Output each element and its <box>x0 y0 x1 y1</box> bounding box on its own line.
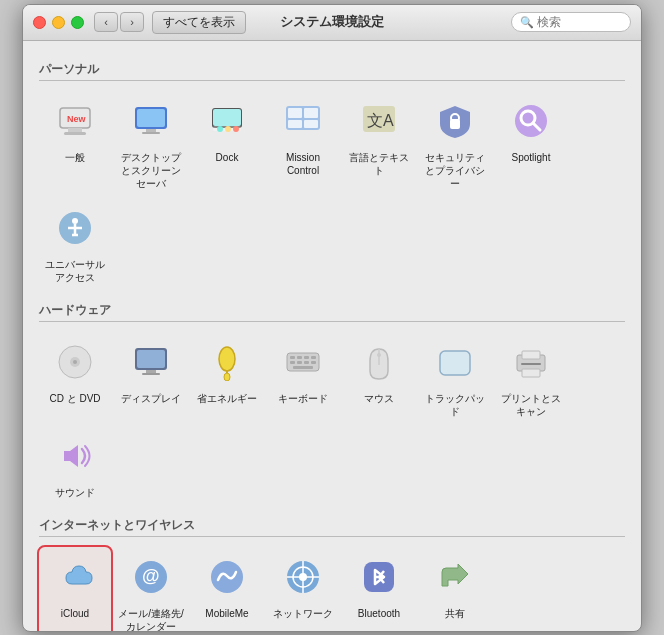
show-all-button[interactable]: すべてを表示 <box>152 11 246 34</box>
forward-button[interactable]: › <box>120 12 144 32</box>
titlebar: ‹ › すべてを表示 システム環境設定 🔍 <box>23 5 641 41</box>
icons-grid-personal: New一般デスクトップとスクリーンセーバDockMission Control文… <box>39 87 625 292</box>
icon-label-dock: Dock <box>216 151 239 164</box>
svg-rect-50 <box>311 361 316 364</box>
svg-rect-48 <box>297 361 302 364</box>
icon-box-trackpad <box>429 336 481 388</box>
icon-box-mobileme <box>201 551 253 603</box>
icon-item-trackpad[interactable]: トラックパッド <box>419 332 491 422</box>
icon-box-network <box>277 551 329 603</box>
icon-item-mail[interactable]: @メール/連絡先/カレンダー <box>115 547 187 631</box>
icon-item-network[interactable]: ネットワーク <box>267 547 339 631</box>
icon-box-security <box>429 95 481 147</box>
close-button[interactable] <box>33 16 46 29</box>
svg-point-13 <box>233 126 239 132</box>
icon-box-share <box>429 551 481 603</box>
icon-item-display[interactable]: ディスプレイ <box>115 332 187 422</box>
icon-box-mail: @ <box>125 551 177 603</box>
icon-label-trackpad: トラックパッド <box>421 392 489 418</box>
icon-label-icloud: iCloud <box>61 607 89 620</box>
icon-item-ippan[interactable]: New一般 <box>39 91 111 194</box>
search-input[interactable] <box>537 15 622 29</box>
icon-item-icloud[interactable]: iCloud <box>39 547 111 631</box>
svg-rect-38 <box>142 373 160 375</box>
icon-label-cddvd: CD と DVD <box>49 392 100 405</box>
icon-item-mobileme[interactable]: MobileMe <box>191 547 263 631</box>
icon-label-keyboard: キーボード <box>278 392 328 405</box>
icon-label-display: ディスプレイ <box>121 392 181 405</box>
icon-item-bluetooth[interactable]: Bluetooth <box>343 547 415 631</box>
icon-item-mouse[interactable]: マウス <box>343 332 415 422</box>
icon-box-mouse <box>353 336 405 388</box>
icon-item-keyboard[interactable]: キーボード <box>267 332 339 422</box>
svg-rect-45 <box>304 356 309 359</box>
icon-label-mail: メール/連絡先/カレンダー <box>117 607 185 631</box>
icon-item-energy[interactable]: 省エネルギー <box>191 332 263 422</box>
svg-point-27 <box>72 218 78 224</box>
minimize-button[interactable] <box>52 16 65 29</box>
svg-text:文A: 文A <box>367 112 394 129</box>
svg-rect-9 <box>213 109 241 126</box>
icon-label-mobileme: MobileMe <box>205 607 248 620</box>
svg-rect-6 <box>146 129 156 132</box>
svg-rect-2 <box>64 132 86 135</box>
svg-rect-54 <box>440 351 470 375</box>
window-title: システム環境設定 <box>280 13 384 31</box>
icon-box-mission <box>277 95 329 147</box>
svg-rect-51 <box>293 366 313 369</box>
icon-label-universal: ユニバーサルアクセス <box>41 258 109 284</box>
system-preferences-window: ‹ › すべてを表示 システム環境設定 🔍 パーソナルNew一般デスクトップとス… <box>22 4 642 632</box>
search-box[interactable]: 🔍 <box>511 12 631 32</box>
icon-item-print[interactable]: プリントとスキャン <box>495 332 567 422</box>
icon-box-icloud <box>49 551 101 603</box>
icon-box-energy <box>201 336 253 388</box>
icons-grid-internet: iCloud@メール/連絡先/カレンダーMobileMeネットワークBlueto… <box>39 543 625 631</box>
icon-item-dock[interactable]: Dock <box>191 91 263 194</box>
svg-rect-58 <box>522 369 540 377</box>
icon-item-mission[interactable]: Mission Control <box>267 91 339 194</box>
svg-rect-7 <box>142 132 160 134</box>
icon-label-spotlight: Spotlight <box>512 151 551 164</box>
svg-rect-18 <box>304 120 318 128</box>
icon-item-spotlight[interactable]: Spotlight <box>495 91 567 194</box>
icon-label-mouse: マウス <box>364 392 394 405</box>
icon-box-spotlight <box>505 95 557 147</box>
svg-rect-57 <box>522 351 540 359</box>
svg-rect-1 <box>68 128 82 132</box>
svg-rect-36 <box>137 350 165 368</box>
icon-box-cddvd <box>49 336 101 388</box>
icon-item-universal[interactable]: ユニバーサルアクセス <box>39 198 111 288</box>
icon-label-desktop: デスクトップとスクリーンセーバ <box>117 151 185 190</box>
section-header-personal: パーソナル <box>39 61 625 81</box>
svg-rect-46 <box>311 356 316 359</box>
search-icon: 🔍 <box>520 16 534 29</box>
icon-label-security: セキュリティとプライバシー <box>421 151 489 190</box>
svg-point-11 <box>217 126 223 132</box>
svg-rect-37 <box>146 370 156 373</box>
svg-point-39 <box>219 347 235 371</box>
maximize-button[interactable] <box>71 16 84 29</box>
svg-point-23 <box>515 105 547 137</box>
icon-box-desktop <box>125 95 177 147</box>
section-header-internet: インターネットとワイヤレス <box>39 517 625 537</box>
traffic-lights <box>33 16 84 29</box>
svg-point-53 <box>377 353 381 357</box>
svg-text:@: @ <box>142 566 160 586</box>
nav-buttons: ‹ › <box>94 12 144 32</box>
icon-label-print: プリントとスキャン <box>497 392 565 418</box>
icons-grid-hardware: CD と DVDディスプレイ省エネルギーキーボードマウストラックパッドプリントと… <box>39 328 625 507</box>
svg-rect-16 <box>304 108 318 118</box>
icon-item-gengo[interactable]: 文A言語とテキスト <box>343 91 415 194</box>
icon-item-cddvd[interactable]: CD と DVD <box>39 332 111 422</box>
icon-item-sound[interactable]: サウンド <box>39 426 111 503</box>
icon-item-security[interactable]: セキュリティとプライバシー <box>419 91 491 194</box>
icon-item-share[interactable]: 共有 <box>419 547 491 631</box>
icon-box-keyboard <box>277 336 329 388</box>
icon-box-universal <box>49 202 101 254</box>
icon-label-network: ネットワーク <box>273 607 333 620</box>
icon-label-mission: Mission Control <box>269 151 337 177</box>
svg-rect-56 <box>521 363 541 365</box>
back-button[interactable]: ‹ <box>94 12 118 32</box>
icon-item-desktop[interactable]: デスクトップとスクリーンセーバ <box>115 91 187 194</box>
icon-label-ippan: 一般 <box>65 151 85 164</box>
